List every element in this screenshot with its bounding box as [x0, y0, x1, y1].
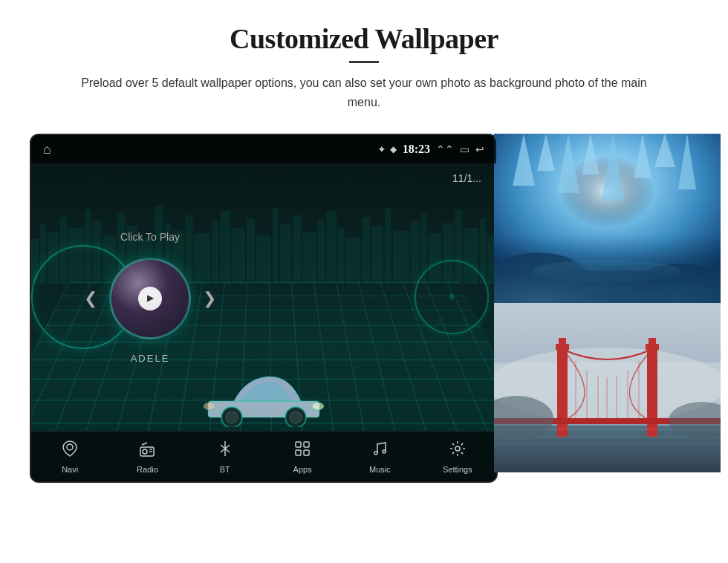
nav-item-radio[interactable]: Radio [121, 440, 173, 474]
ice-rocks [494, 235, 721, 303]
svg-rect-26 [326, 211, 337, 284]
apps-label: Apps [293, 465, 312, 474]
ice-cave-photo [494, 134, 721, 303]
signal-icon: ◆ [390, 144, 397, 155]
album-inner: ▶ [111, 260, 189, 337]
right-dial: 9 [415, 260, 489, 334]
svg-rect-53 [296, 442, 301, 447]
car-image [189, 357, 338, 431]
svg-rect-54 [304, 442, 309, 447]
status-bar: ⌂ ✦ ◆ 18:23 ⌃⌃ ▭ ↩ [31, 135, 496, 163]
album-label: ADELE [131, 353, 170, 364]
svg-rect-83 [559, 338, 566, 345]
music-label: Music [369, 465, 391, 474]
radio-icon [138, 440, 156, 462]
radio-label: Radio [137, 465, 158, 474]
svg-rect-31 [385, 208, 391, 284]
settings-icon [449, 440, 467, 462]
bridge-photo [494, 303, 721, 472]
date-text: 11/1... [452, 172, 481, 184]
nav-item-bt[interactable]: BT [199, 440, 251, 474]
navigation-bar: Navi Radio [31, 431, 496, 481]
svg-point-59 [455, 446, 460, 451]
svg-rect-21 [273, 208, 279, 284]
bridge-bg [494, 303, 721, 472]
svg-point-43 [226, 411, 238, 423]
title-divider [349, 61, 379, 63]
svg-rect-27 [338, 228, 344, 284]
next-button[interactable]: ❯ [203, 289, 216, 308]
svg-point-58 [383, 450, 386, 453]
right-dial-container: 9 [407, 163, 496, 431]
ice-cave-bg [494, 134, 721, 303]
page-container: Customized Wallpaper Preload over 5 defa… [0, 0, 728, 563]
car-svg [193, 360, 334, 427]
album-art[interactable]: ▶ [109, 258, 191, 339]
status-right: ✦ ◆ 18:23 ⌃⌃ ▭ ↩ [377, 143, 484, 156]
svg-rect-25 [318, 221, 325, 284]
date-display: 11/1... [452, 172, 481, 184]
nav-item-navi[interactable]: Navi [44, 440, 96, 474]
home-icon: ⌂ [43, 142, 51, 157]
bt-label: BT [220, 465, 230, 474]
bt-icon [216, 440, 234, 462]
svg-point-46 [312, 403, 324, 410]
content-area: ⌂ ✦ ◆ 18:23 ⌃⌃ ▭ ↩ Click T [30, 134, 698, 483]
svg-rect-30 [371, 226, 383, 284]
svg-rect-24 [303, 232, 316, 284]
prev-button[interactable]: ❮ [84, 289, 97, 308]
music-icon [371, 440, 389, 462]
window-icon: ▭ [460, 143, 469, 156]
settings-label: Settings [443, 465, 472, 474]
click-to-play-label[interactable]: Click To Play [120, 231, 180, 243]
album-controls: ❮ ▶ ❯ [84, 258, 216, 339]
status-icons: ✦ ◆ [377, 143, 397, 156]
svg-point-48 [67, 444, 73, 450]
navi-label: Navi [62, 465, 78, 474]
bluetooth-icon: ✦ [377, 143, 386, 156]
svg-point-45 [290, 411, 302, 423]
svg-rect-56 [304, 450, 309, 455]
svg-point-47 [204, 403, 215, 410]
svg-rect-28 [345, 238, 360, 284]
subtitle: Preload over 5 default wallpaper options… [74, 74, 654, 111]
page-title: Customized Wallpaper [74, 22, 654, 55]
svg-rect-55 [296, 450, 301, 455]
dial-ticks: 9 [449, 293, 454, 302]
title-section: Customized Wallpaper Preload over 5 defa… [74, 22, 654, 111]
svg-point-57 [374, 452, 377, 455]
nav-item-music[interactable]: Music [354, 440, 406, 474]
svg-rect-29 [362, 217, 370, 284]
navi-icon [61, 440, 79, 462]
photos-stack [494, 134, 721, 472]
expand-icon: ⌃⌃ [436, 143, 454, 156]
svg-point-50 [143, 449, 147, 454]
nav-item-settings[interactable]: Settings [432, 440, 484, 474]
apps-icon [293, 440, 311, 462]
back-icon: ↩ [475, 143, 484, 156]
nav-item-apps[interactable]: Apps [276, 440, 328, 474]
svg-rect-84 [649, 338, 656, 345]
svg-rect-23 [293, 215, 302, 284]
status-left: ⌂ [43, 142, 51, 157]
svg-rect-22 [280, 224, 291, 284]
car-screen: ⌂ ✦ ◆ 18:23 ⌃⌃ ▭ ↩ Click T [30, 134, 498, 483]
clock-time: 18:23 [403, 143, 430, 156]
play-button[interactable]: ▶ [138, 287, 162, 310]
